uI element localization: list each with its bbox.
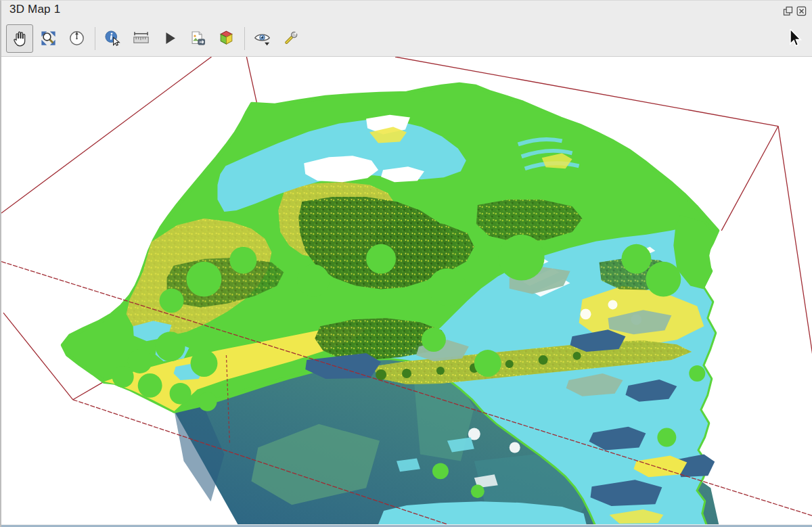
toolbar-separator [244, 27, 245, 50]
toolbar-button-pan[interactable] [6, 24, 33, 53]
toolbar-button-measure-line[interactable] [127, 24, 154, 53]
compass-icon [68, 29, 86, 47]
float-window-button[interactable] [783, 6, 793, 16]
panel-title: 3D Map 1 [9, 3, 60, 16]
toolbar-button-zoom-full[interactable] [35, 24, 62, 53]
eye-icon [252, 29, 272, 47]
panel-titlebar[interactable]: 3D Map 1 [1, 1, 812, 20]
window-controls [783, 6, 807, 16]
toolbar-button-animations[interactable] [156, 24, 183, 53]
play-icon [160, 29, 179, 47]
toolbar-button-configure[interactable] [277, 24, 304, 53]
ruler-icon [132, 29, 150, 47]
3d-map-panel: 3D Map 1 [0, 0, 812, 527]
toolbar-button-export-scene[interactable] [212, 24, 240, 53]
toolbar-separator [95, 27, 95, 50]
3d-map-viewport[interactable] [1, 57, 812, 524]
chevron-down-icon [265, 43, 269, 46]
save-image-icon [189, 29, 207, 47]
zoom-full-icon [39, 29, 58, 47]
toolbar-button-save-image[interactable] [184, 24, 211, 53]
cube-3d-icon [217, 29, 235, 47]
toolbar-button-camera-orbit[interactable] [63, 24, 90, 53]
close-icon [796, 6, 807, 16]
float-window-icon [783, 6, 793, 16]
pan-hand-icon [11, 29, 29, 47]
3d-map-toolbar [1, 20, 812, 57]
wrench-icon [281, 29, 300, 47]
close-panel-button[interactable] [796, 6, 807, 16]
toolbar-button-camera-view[interactable] [248, 24, 275, 53]
toolbar-button-identify[interactable] [99, 24, 126, 53]
identify-icon [104, 29, 122, 47]
